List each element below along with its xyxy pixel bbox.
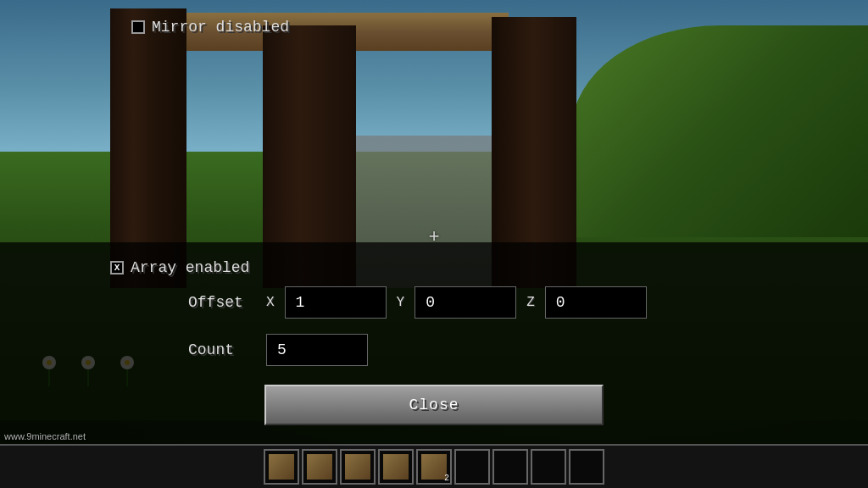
watermark: www.9minecraft.net: [4, 431, 86, 441]
hotbar-slot-8-wrap: [531, 449, 566, 485]
hotbar-slot-8[interactable]: [531, 449, 566, 485]
offset-y-input[interactable]: [415, 286, 516, 319]
z-axis-label: Z: [526, 295, 535, 310]
count-label: Count: [188, 341, 256, 358]
hotbar-slot-1[interactable]: [264, 449, 299, 485]
hotbar-item-4: [383, 454, 409, 480]
mirror-checkbox[interactable]: [131, 20, 145, 34]
hotbar-slot-9[interactable]: [569, 449, 604, 485]
hotbar-item-3: [345, 454, 370, 480]
count-input[interactable]: [266, 334, 368, 366]
count-row: Count: [188, 334, 680, 366]
hotbar-slot-1-wrap: [264, 449, 299, 485]
hotbar-slot-4[interactable]: [378, 449, 414, 485]
offset-z-input[interactable]: [545, 286, 647, 319]
hotbar-slot-7-wrap: [492, 449, 528, 485]
array-label: Array enabled: [131, 259, 249, 276]
controls-area: Array enabled Offset X Y Z Count Close: [0, 242, 868, 444]
array-checkbox-row: Array enabled: [110, 259, 249, 276]
hotbar-slot-7[interactable]: [492, 449, 528, 485]
hotbar-slot-4-wrap: [378, 449, 414, 485]
mirror-row: Mirror disabled: [131, 19, 289, 36]
hotbar-item-5: [421, 454, 447, 480]
hotbar: 2: [0, 444, 868, 488]
hotbar-count-badge: 2: [444, 474, 449, 483]
hills: [571, 25, 868, 237]
hotbar-slot-2[interactable]: [302, 449, 337, 485]
hotbar-slot-2-wrap: [302, 449, 337, 485]
hotbar-slot-5-wrap: 2: [416, 449, 452, 485]
x-axis-label: X: [266, 295, 275, 310]
mirror-label: Mirror disabled: [152, 19, 289, 36]
hotbar-slot-3-wrap: [340, 449, 376, 485]
hotbar-item-1: [269, 454, 294, 480]
hotbar-slot-6-wrap: [454, 449, 490, 485]
hotbar-slot-9-wrap: [569, 449, 604, 485]
close-button[interactable]: Close: [264, 385, 604, 425]
hotbar-slot-6[interactable]: [454, 449, 490, 485]
array-checkbox[interactable]: [110, 261, 124, 274]
y-axis-label: Y: [397, 295, 405, 310]
offset-label: Offset: [188, 294, 256, 311]
offset-x-input[interactable]: [285, 286, 387, 319]
offset-row: Offset X Y Z: [188, 286, 680, 319]
hotbar-item-2: [307, 454, 332, 480]
hotbar-slot-3[interactable]: [340, 449, 376, 485]
